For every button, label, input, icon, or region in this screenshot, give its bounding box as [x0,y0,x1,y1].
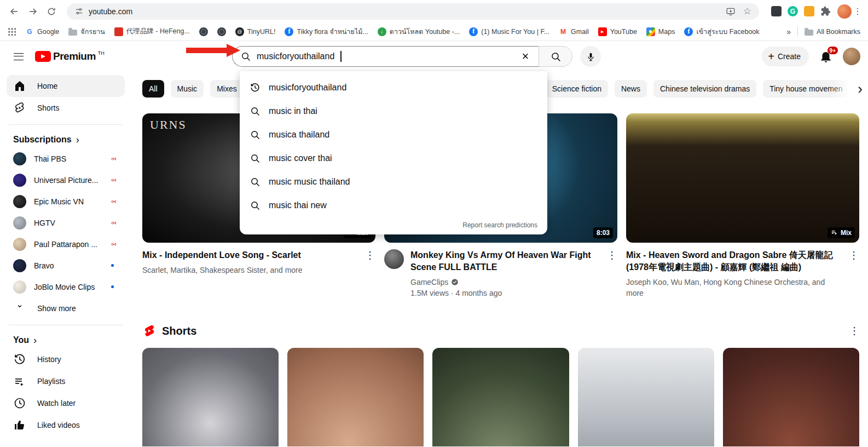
short-thumbnail-4[interactable] [578,348,714,446]
video-byline[interactable]: Scarlet, Martika, Shakespears Sister, an… [142,265,358,276]
video-title[interactable]: Mix - Independent Love Song - Scarlet [142,249,358,261]
video-menu-kebab-icon[interactable] [606,249,617,299]
search-submit-button[interactable] [539,46,572,67]
subscription-bravo[interactable]: Bravo [7,255,125,276]
subscription-universal-pictures[interactable]: Universal Picture... [7,169,125,191]
subscription-joblo-movie-clips[interactable]: JoBlo Movie Clips [7,276,125,297]
omnibox-actions [726,7,751,16]
sidebar-divider [9,124,123,125]
voice-search-button[interactable] [580,46,601,67]
chip-mixes[interactable]: Mixes [210,80,244,98]
duration-label: 8:03 [597,229,610,237]
chip-all[interactable]: All [142,80,164,98]
show-more-button[interactable]: Show more [7,297,125,319]
search-suggestions-dropdown: musicforyouthailand music in thai musica… [240,71,547,234]
video-meta: Monkey King Vs Army Of Heaven War Fight … [384,249,617,299]
report-predictions-link[interactable]: Report search predictions [240,217,547,229]
video-byline[interactable]: Joseph Koo, Wu Man, Hong Kong Chinese Or… [626,277,842,299]
browser-profile-avatar[interactable] [837,4,852,19]
sidebar-item-home[interactable]: Home [7,75,125,97]
channel-avatar[interactable] [384,249,404,269]
subscription-epic-music-vn[interactable]: Epic Music VN [7,191,125,212]
back-button[interactable] [5,3,23,20]
playlists-icon [13,375,26,388]
new-content-dot [111,264,114,267]
chip-music[interactable]: Music [171,80,204,98]
suggestion-item[interactable]: music music thailand [240,170,547,193]
suggestion-item[interactable]: music thai new [240,193,547,217]
bookmark-music-for-you[interactable]: (1) Music For You | F... [469,27,549,36]
bookmark-star-icon[interactable] [743,7,751,16]
suggestion-item[interactable]: musica thailand [240,123,547,146]
short-thumbnail-3[interactable] [432,348,569,446]
shorts-section-header: Shorts [142,324,859,338]
sidebar-item-playlists[interactable]: Playlists [7,370,125,392]
short-thumbnail-1[interactable] [142,348,279,446]
bookmark-hefeng[interactable]: 代理品牌 - HeFeng... [114,27,190,36]
chips-scroll-right[interactable]: › [830,79,868,98]
search-icon [250,153,261,164]
bookmark-tinyurl[interactable]: TinyURL! [235,27,276,36]
short-thumbnail-2[interactable] [287,348,424,446]
chip-chinese-tv-dramas[interactable]: Chinese television dramas [653,80,756,98]
bookmark-gmail[interactable]: Gmail [559,27,589,36]
suggestion-item[interactable]: music cover thai [240,146,547,170]
extension-icon-1[interactable] [771,6,782,16]
extension-icon-2[interactable] [804,6,814,16]
install-icon[interactable] [726,7,736,16]
video-thumbnail[interactable]: Mix [626,113,859,243]
bookmark-download-youtube[interactable]: ดาวน์โหลด Youtube -... [378,26,460,37]
sidebar-item-history[interactable]: History [7,348,125,370]
video-title[interactable]: Monkey King Vs Army Of Heaven War Fight … [410,249,600,273]
bookmark-label: Google [37,28,59,36]
chip-news[interactable]: News [615,80,647,98]
extensions-puzzle-icon[interactable] [820,6,831,16]
create-button[interactable]: Create [762,47,809,66]
subscriptions-header[interactable]: Subscriptions [7,130,125,148]
all-bookmarks-button[interactable]: All Bookmarks [805,28,860,36]
bookmark-folder[interactable]: จักรยาน [68,26,105,37]
bookmark-tikky-flora[interactable]: Tikky flora จำหน่ายไม้... [285,26,368,37]
browser-menu-kebab-icon[interactable] [853,6,863,16]
short-thumbnail-5[interactable] [723,348,859,446]
apps-grid-icon[interactable] [8,27,16,36]
bookmark-facebook-login[interactable]: เข้าสู่ระบบ Facebook [684,26,759,37]
video-title[interactable]: Mix - Heaven Sword and Dragon Sabre 倚天屠龍… [626,249,842,273]
bookmarks-overflow-chevron[interactable]: » [786,27,791,36]
bookmark-google[interactable]: Google [25,27,59,36]
video-menu-kebab-icon[interactable] [364,249,375,276]
clear-search-button[interactable] [518,49,533,64]
url-bar[interactable]: youtube.com [67,3,759,20]
shorts-menu-kebab-icon[interactable] [849,325,859,337]
video-menu-kebab-icon[interactable] [848,249,859,299]
guide-menu-button[interactable] [8,45,30,67]
bookmark-maps[interactable]: Maps [646,27,675,36]
bookmark-youtube[interactable]: YouTube [598,27,637,36]
reload-button[interactable] [43,3,60,20]
suggestion-item[interactable]: musicforyouthailand [240,76,547,99]
site-settings-icon [74,7,84,16]
channel-line[interactable]: GameClips [410,278,600,286]
bookmark-icon-only-2[interactable] [217,27,226,36]
you-header[interactable]: You [7,331,125,348]
youtube-premium-logo[interactable]: Premium TH [35,50,105,62]
subscription-thai-pbs[interactable]: Thai PBS [7,148,125,169]
sidebar-item-shorts[interactable]: Shorts [7,97,125,119]
shorts-icon [13,101,26,114]
subscription-hgtv[interactable]: HGTV [7,212,125,233]
suggestion-item[interactable]: music in thai [240,99,547,123]
video-meta: Mix - Independent Love Song - Scarlet Sc… [142,249,375,276]
bookmark-icon-only-1[interactable] [199,27,208,36]
account-avatar[interactable] [843,48,860,65]
search-icon [250,176,261,187]
sidebar-item-watch-later[interactable]: Watch later [7,392,125,414]
notifications-button[interactable]: 9+ [819,49,833,64]
chip-science-fiction[interactable]: Science fiction [546,80,608,98]
channel-name: GameClips [410,278,448,286]
sidebar-item-liked-videos[interactable]: Liked videos [7,414,125,436]
forward-button[interactable] [24,3,42,20]
extension-icon-grammarly[interactable]: G [788,6,798,16]
subscription-paul-pattarapon[interactable]: Paul Pattarapon ... [7,233,125,255]
browser-toolbar: youtube.com G [0,0,868,22]
search-input[interactable]: musicforyouthailand [232,46,539,67]
